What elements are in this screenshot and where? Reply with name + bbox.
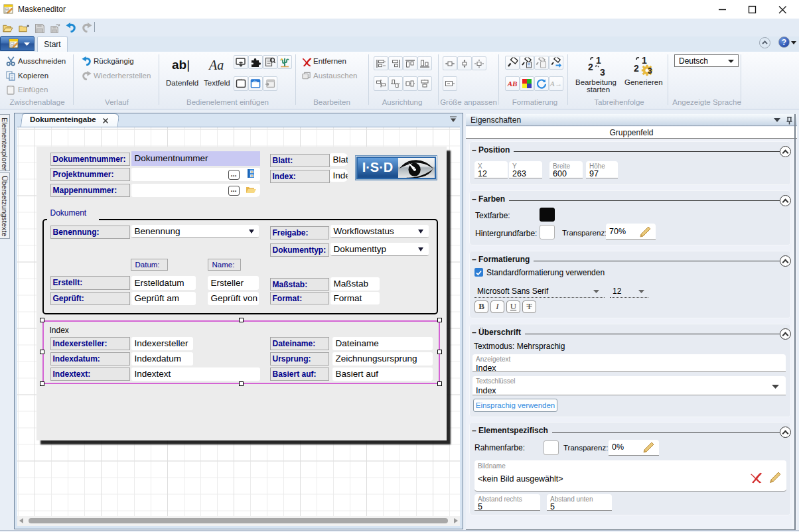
svg-text:3: 3 — [600, 67, 605, 76]
svg-text:abc: abc — [253, 80, 257, 83]
svg-text:3: 3 — [648, 66, 652, 76]
svg-text:1: 1 — [596, 56, 601, 66]
svg-text:1: 1 — [642, 56, 647, 66]
svg-text:2: 2 — [588, 62, 593, 72]
svg-text:2: 2 — [634, 63, 639, 74]
